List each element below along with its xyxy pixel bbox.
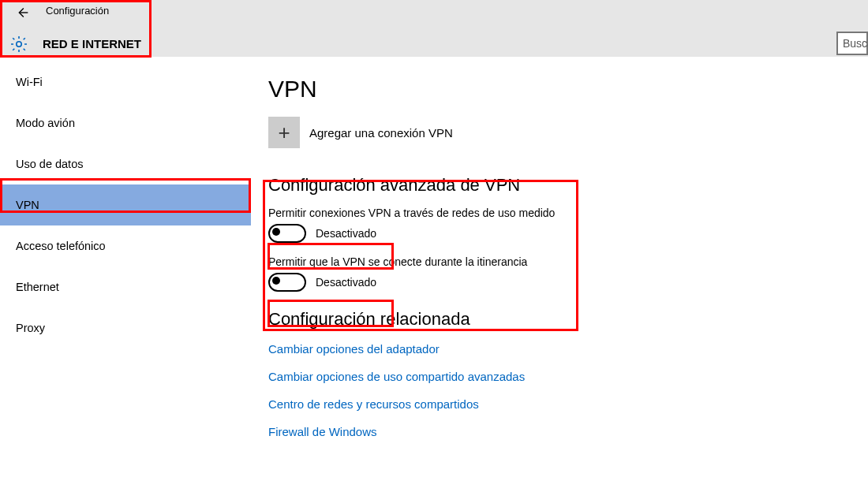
roaming-label: Permitir que la VPN se conecte durante l… bbox=[268, 255, 560, 268]
window-header: Configuración RED E INTERNET Busca bbox=[0, 0, 868, 57]
sidebar-item-airplane-mode[interactable]: Modo avión bbox=[0, 102, 251, 143]
roaming-toggle[interactable] bbox=[268, 273, 306, 292]
back-button[interactable] bbox=[11, 2, 33, 24]
sidebar-item-data-usage[interactable]: Uso de datos bbox=[0, 143, 251, 184]
search-placeholder: Busca bbox=[843, 37, 868, 50]
sidebar-item-wifi[interactable]: Wi-Fi bbox=[0, 61, 251, 102]
sidebar-item-label: Wi-Fi bbox=[16, 76, 43, 88]
add-vpn-label: Agregar una conexión VPN bbox=[309, 126, 453, 140]
related-settings-group: Configuración relacionada Cambiar opcion… bbox=[268, 309, 868, 438]
add-vpn-connection-button[interactable]: + Agregar una conexión VPN bbox=[268, 117, 868, 148]
sidebar-item-label: VPN bbox=[16, 199, 39, 211]
page-title: VPN bbox=[268, 76, 868, 102]
sidebar-item-label: Modo avión bbox=[16, 117, 75, 129]
header-title: Configuración bbox=[46, 5, 109, 17]
sidebar-item-dialup[interactable]: Acceso telefónico bbox=[0, 225, 251, 266]
sidebar-item-ethernet[interactable]: Ethernet bbox=[0, 266, 251, 307]
svg-point-0 bbox=[17, 42, 21, 47]
sidebar-item-label: Proxy bbox=[16, 322, 45, 334]
toggle-knob bbox=[272, 277, 280, 285]
metered-networks-state: Desactivado bbox=[316, 227, 376, 240]
search-input[interactable]: Busca bbox=[836, 32, 868, 55]
link-adapter-options[interactable]: Cambiar opciones del adaptador bbox=[268, 342, 868, 356]
related-heading: Configuración relacionada bbox=[268, 309, 868, 330]
link-sharing-options[interactable]: Cambiar opciones de uso compartido avanz… bbox=[268, 370, 868, 383]
plus-icon: + bbox=[268, 117, 300, 148]
header-section-title: RED E INTERNET bbox=[43, 37, 141, 50]
link-network-center[interactable]: Centro de redes y recursos compartidos bbox=[268, 397, 868, 411]
toggle-knob bbox=[272, 228, 280, 236]
sidebar-item-label: Uso de datos bbox=[16, 158, 83, 170]
sidebar-item-vpn[interactable]: VPN bbox=[0, 184, 251, 225]
sidebar-nav: Wi-Fi Modo avión Uso de datos VPN Acceso… bbox=[0, 57, 251, 503]
sidebar-item-label: Ethernet bbox=[16, 281, 59, 293]
settings-gear-icon bbox=[9, 35, 28, 56]
arrow-left-icon bbox=[13, 4, 31, 21]
sidebar-item-proxy[interactable]: Proxy bbox=[0, 307, 251, 348]
roaming-state: Desactivado bbox=[316, 276, 376, 289]
link-windows-firewall[interactable]: Firewall de Windows bbox=[268, 425, 868, 438]
main-panel: VPN + Agregar una conexión VPN Configura… bbox=[251, 57, 868, 503]
sidebar-item-label: Acceso telefónico bbox=[16, 240, 106, 252]
roaming-toggle-row: Desactivado bbox=[268, 271, 391, 293]
metered-networks-toggle[interactable] bbox=[268, 224, 306, 243]
advanced-heading: Configuración avanzada de VPN bbox=[268, 175, 560, 196]
metered-networks-label: Permitir conexiones VPN a través de rede… bbox=[268, 207, 560, 219]
metered-networks-toggle-row: Desactivado bbox=[268, 222, 391, 244]
advanced-vpn-settings-group: Configuración avanzada de VPN Permitir c… bbox=[268, 169, 568, 300]
